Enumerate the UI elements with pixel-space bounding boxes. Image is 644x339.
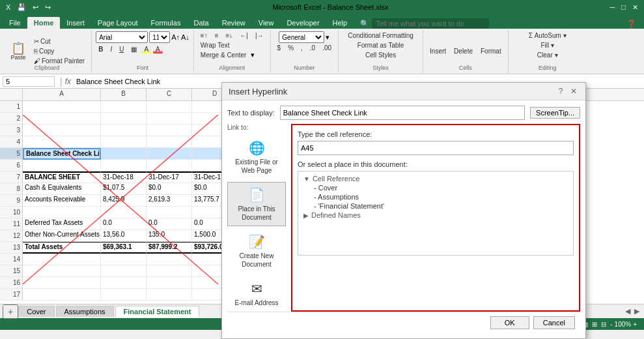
tab-file[interactable]: File: [3, 17, 27, 29]
row-header-9[interactable]: 9: [0, 195, 22, 207]
tree-item-cover[interactable]: - Cover: [301, 183, 570, 192]
cell-c2[interactable]: [147, 113, 192, 125]
zoom-out-icon[interactable]: -: [610, 321, 612, 328]
cell-b13[interactable]: $69,363.1: [101, 242, 147, 254]
name-box[interactable]: [3, 76, 55, 87]
cell-a13[interactable]: Total Assets: [23, 242, 101, 254]
paste-button[interactable]: 📋 Paste: [7, 35, 30, 68]
cell-c8[interactable]: $0.0: [147, 183, 192, 195]
tab-view[interactable]: View: [252, 17, 281, 29]
cell-b4[interactable]: [101, 136, 147, 148]
cell-c16[interactable]: [147, 277, 192, 289]
tab-data[interactable]: Data: [187, 17, 215, 29]
sheet-tab-cover[interactable]: Cover: [18, 306, 54, 317]
border-button[interactable]: ▦: [128, 45, 139, 53]
tab-review[interactable]: Review: [216, 17, 252, 29]
merge-center-dropdown-icon[interactable]: ▾: [251, 51, 255, 59]
tree-item-defined-names[interactable]: ▶ Defined Names: [301, 211, 570, 220]
font-shrink-icon[interactable]: A↓: [181, 33, 189, 41]
tab-insert[interactable]: Insert: [60, 17, 91, 29]
scroll-right-tab-icon[interactable]: ▶: [632, 307, 641, 316]
number-format-dropdown-icon[interactable]: ▾: [326, 33, 329, 42]
cancel-button[interactable]: Cancel: [533, 316, 575, 329]
cell-ref-input[interactable]: [298, 141, 574, 155]
cell-c7[interactable]: 31-Dec-17: [147, 171, 192, 183]
cell-styles-button[interactable]: Cell Styles: [363, 51, 399, 59]
cell-a3[interactable]: [23, 125, 101, 136]
row-header-11[interactable]: 11: [0, 218, 22, 230]
tree-item-assumptions[interactable]: - Assumptions: [301, 192, 570, 201]
bold-button[interactable]: B: [96, 45, 105, 53]
cell-a4[interactable]: [23, 136, 101, 148]
screen-tip-button[interactable]: ScreenTip...: [530, 107, 580, 119]
dialog-close-button[interactable]: ✕: [568, 86, 579, 96]
increase-decimal-icon[interactable]: .0: [307, 44, 318, 52]
close-btn[interactable]: ✕: [630, 3, 640, 12]
sheet-tab-financial[interactable]: Financial Statement: [115, 306, 200, 317]
row-header-3[interactable]: 3: [0, 125, 22, 136]
ok-button[interactable]: OK: [490, 316, 529, 329]
tab-developer[interactable]: Developer: [280, 17, 326, 29]
row-header-10[interactable]: 10: [0, 207, 22, 218]
link-type-email[interactable]: ✉ E-mail Address: [227, 276, 286, 312]
cell-b5[interactable]: [101, 148, 147, 160]
insert-button[interactable]: Insert: [427, 47, 449, 55]
comma-style-icon[interactable]: ,: [298, 44, 305, 52]
font-size-select[interactable]: 11: [149, 31, 170, 43]
undo-quick-btn[interactable]: ↩: [31, 3, 40, 12]
decrease-indent-icon[interactable]: ←|: [237, 31, 251, 40]
accounting-format-icon[interactable]: $: [275, 44, 284, 52]
tab-home[interactable]: Home: [27, 17, 61, 29]
cell-a1[interactable]: [23, 101, 101, 113]
link-type-create-new[interactable]: 📝 Create New Document: [227, 229, 286, 273]
row-header-4[interactable]: 4: [0, 136, 22, 148]
page-layout-view-icon[interactable]: ⊞: [592, 321, 597, 328]
cell-c15[interactable]: [147, 265, 192, 277]
cell-a15[interactable]: [23, 265, 101, 277]
ribbon-search-input[interactable]: [372, 18, 489, 29]
align-right-icon[interactable]: ≡↓: [223, 31, 236, 40]
tree-item-cell-reference[interactable]: ▼ Cell Reference: [301, 174, 570, 183]
col-header-b[interactable]: B: [101, 89, 147, 100]
cell-b1[interactable]: [101, 101, 147, 113]
row-header-17[interactable]: 17: [0, 289, 22, 301]
tab-page-layout[interactable]: Page Layout: [91, 17, 145, 29]
minimize-btn[interactable]: ─: [608, 3, 617, 12]
format-button[interactable]: Format: [478, 47, 504, 55]
col-header-a[interactable]: A: [23, 89, 101, 100]
decrease-decimal-icon[interactable]: .00: [320, 44, 334, 52]
cell-a8[interactable]: Cash & Equivalents: [23, 183, 101, 195]
row-header-15[interactable]: 15: [0, 265, 22, 277]
font-family-select[interactable]: Arial: [96, 31, 148, 43]
page-break-view-icon[interactable]: ⊟: [601, 321, 606, 328]
tree-item-financial-statement[interactable]: - 'Financial Statement': [301, 201, 570, 211]
cell-b11[interactable]: 0.0: [101, 218, 147, 230]
cell-c3[interactable]: [147, 125, 192, 136]
cell-a16[interactable]: [23, 277, 101, 289]
cell-c10[interactable]: [147, 207, 192, 218]
cell-a14[interactable]: [23, 254, 101, 265]
fill-color-button[interactable]: A: [141, 45, 151, 53]
add-sheet-button[interactable]: +: [3, 304, 18, 319]
cell-b14[interactable]: [101, 254, 147, 265]
cell-b2[interactable]: [101, 113, 147, 125]
row-header-12[interactable]: 12: [0, 230, 22, 242]
cell-c1[interactable]: [147, 101, 192, 113]
maximize-btn[interactable]: □: [619, 3, 628, 12]
underline-button[interactable]: U: [117, 45, 126, 53]
cell-a17[interactable]: [23, 289, 101, 301]
cell-a6[interactable]: [23, 160, 101, 171]
cell-b6[interactable]: [101, 160, 147, 171]
sheet-tab-assumptions[interactable]: Assumptions: [56, 306, 114, 317]
cell-a7[interactable]: BALANCE SHEET: [23, 171, 101, 183]
scroll-left-tab-icon[interactable]: ◀: [623, 307, 632, 316]
align-center-icon[interactable]: ≡: [212, 31, 221, 40]
row-header-5[interactable]: 5: [0, 148, 22, 160]
delete-button[interactable]: Delete: [451, 47, 475, 55]
italic-button[interactable]: I: [107, 45, 115, 53]
link-type-existing-file[interactable]: 🌐 Existing File or Web Page: [227, 135, 286, 179]
cell-a5[interactable]: Balance Sheet Check Link: [23, 148, 101, 160]
cell-b16[interactable]: [101, 277, 147, 289]
cell-b7[interactable]: 31-Dec-18: [101, 171, 147, 183]
cell-b9[interactable]: 8,425.9: [101, 195, 147, 207]
